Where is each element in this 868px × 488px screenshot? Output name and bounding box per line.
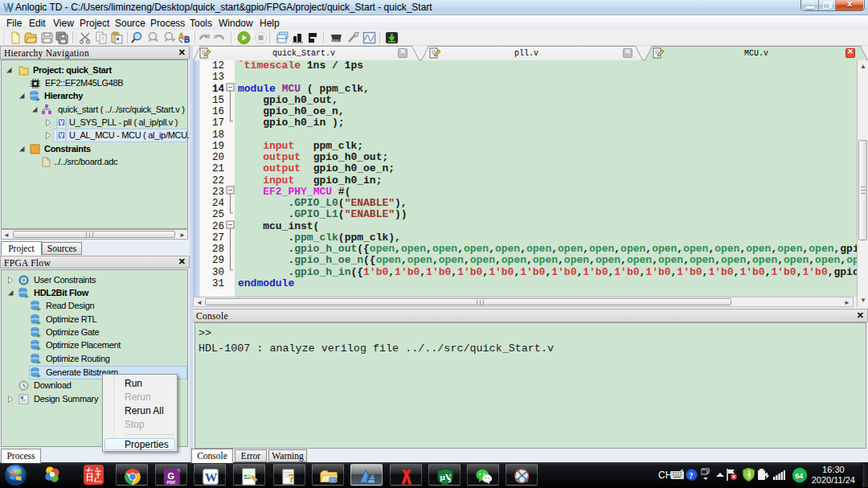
svg-text:64: 64 xyxy=(795,472,804,480)
svg-text:?: ? xyxy=(289,472,294,485)
svg-text:W: W xyxy=(205,470,218,484)
svg-text:5: 5 xyxy=(448,478,452,483)
svg-text:?: ? xyxy=(689,470,694,480)
svg-text:B: B xyxy=(184,35,190,44)
svg-text:PDF: PDF xyxy=(167,480,177,485)
